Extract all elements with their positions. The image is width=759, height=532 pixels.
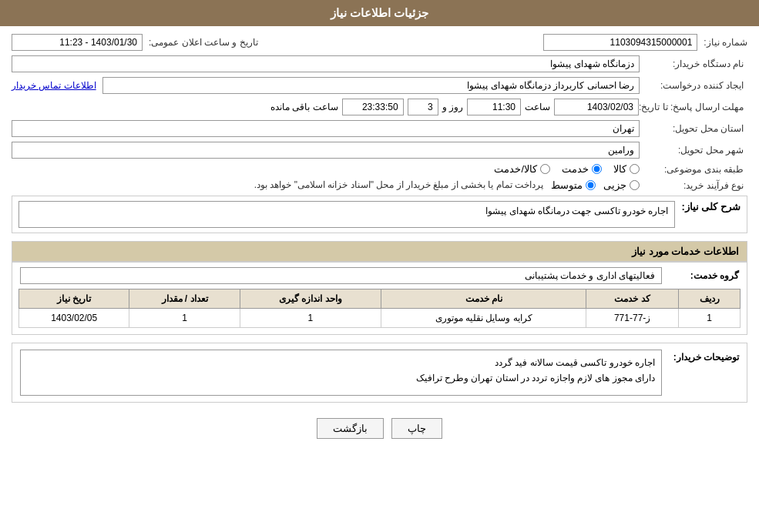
province-label: استان محل تحویل:: [640, 123, 747, 134]
category-label: طبقه بندی موضوعی:: [640, 164, 747, 175]
contact-link[interactable]: اطلاعات تماس خریدار: [12, 80, 96, 91]
buttons-row: چاپ بازگشت: [12, 410, 747, 447]
creator-row: ایجاد کننده درخواست: اطلاعات تماس خریدار: [12, 77, 747, 94]
services-table-body: 1 ز-77-771 کرایه وسایل نقلیه موتوری 1 1 …: [19, 309, 741, 328]
cell-code: ز-77-771: [586, 309, 679, 328]
services-table-head: ردیف کد خدمت نام خدمت واحد اندازه گیری ت…: [19, 289, 741, 309]
category-kala-label: کالا: [613, 163, 626, 175]
response-date-input[interactable]: [554, 99, 639, 115]
notes-line2: دارای مجوز های لازم واجازه تردد در استان…: [27, 370, 655, 386]
purchase-type-row: نوع فرآیند خرید: جزیی متوسط پرداخت تمام …: [12, 179, 747, 191]
purchase-type-motvaset[interactable]: متوسط: [551, 179, 596, 191]
main-content: شماره نیاز: تاریخ و ساعت اعلان عمومی: نا…: [0, 26, 759, 454]
cell-row: 1: [679, 309, 741, 328]
buyer-org-row: نام دستگاه خریدار:: [12, 55, 747, 72]
col-service-code: کد خدمت: [586, 289, 679, 309]
purchase-jozi-label: جزیی: [603, 179, 626, 191]
purchase-type-desc: پرداخت تمام یا بخشی از مبلغ خریدار از مح…: [12, 179, 543, 190]
notes-label: توضیحات خریدار:: [662, 350, 739, 363]
category-row: طبقه بندی موضوعی: کالا خدمت کالا/خدمت: [12, 163, 747, 175]
response-deadline-row: مهلت ارسال پاسخ: تا تاریخ: ساعت روز و سا…: [12, 99, 747, 115]
category-kala-khedmat[interactable]: کالا/خدمت: [494, 163, 550, 175]
service-group-row: گروه خدمت: فعالیتهای اداری و خدمات پشتیب…: [12, 263, 747, 289]
category-kala-khedmat-label: کالا/خدمت: [494, 163, 537, 175]
col-row: ردیف: [679, 289, 741, 309]
back-button[interactable]: بازگشت: [317, 418, 384, 439]
category-kala-khedmat-radio[interactable]: [540, 164, 550, 174]
creator-input[interactable]: [102, 77, 640, 94]
category-radio-group: کالا خدمت کالا/خدمت: [494, 163, 640, 175]
services-table: ردیف کد خدمت نام خدمت واحد اندازه گیری ت…: [18, 289, 741, 328]
page-container: جزئیات اطلاعات نیاز شماره نیاز: تاریخ و …: [0, 0, 759, 532]
date-label: تاریخ و ساعت اعلان عمومی:: [149, 37, 258, 48]
cell-name: کرایه وسایل نقلیه موتوری: [381, 309, 586, 328]
province-row: استان محل تحویل:: [12, 120, 747, 137]
city-row: شهر محل تحویل:: [12, 142, 747, 159]
print-button[interactable]: چاپ: [391, 418, 442, 439]
date-input[interactable]: [12, 34, 143, 51]
table-row: 1 ز-77-771 کرایه وسایل نقلیه موتوری 1 1 …: [19, 309, 741, 328]
col-date: تاریخ نیاز: [19, 289, 129, 309]
service-group-label: گروه خدمت:: [662, 270, 739, 281]
response-time-input[interactable]: [467, 99, 521, 115]
buyer-org-input[interactable]: [12, 55, 640, 72]
cell-quantity: 1: [129, 309, 240, 328]
need-desc-label: شرح کلی نیاز:: [681, 201, 741, 212]
col-quantity: تعداد / مقدار: [129, 289, 240, 309]
buyer-org-label: نام دستگاه خریدار:: [640, 59, 747, 69]
response-deadline-label: مهلت ارسال پاسخ: تا تاریخ:: [639, 102, 747, 112]
city-input[interactable]: [12, 142, 640, 159]
purchase-type-label: نوع فرآیند خرید:: [640, 180, 747, 191]
category-khedmat-label: خدمت: [562, 163, 589, 175]
category-khedmat[interactable]: خدمت: [562, 163, 602, 175]
need-desc-section: شرح کلی نیاز: اجاره خودرو تاکسی جهت درما…: [12, 196, 747, 233]
cell-unit: 1: [240, 309, 381, 328]
response-remaining-input[interactable]: [342, 99, 404, 115]
col-service-name: نام خدمت: [381, 289, 586, 309]
need-number-input[interactable]: [543, 34, 697, 51]
notes-row: توضیحات خریدار: اجاره خودرو تاکسی قیمت س…: [20, 350, 739, 396]
services-table-header-row: ردیف کد خدمت نام خدمت واحد اندازه گیری ت…: [19, 289, 741, 309]
notes-line1: اجاره خودرو تاکسی قیمت سالانه فید گردد: [27, 355, 655, 370]
top-info-row: شماره نیاز: تاریخ و ساعت اعلان عمومی:: [12, 34, 747, 51]
cell-date: 1403/02/05: [19, 309, 129, 328]
services-section-title: اطلاعات خدمات مورد نیاز: [12, 241, 747, 262]
category-khedmat-radio[interactable]: [592, 164, 602, 174]
need-desc-text: اجاره خودرو تاکسی جهت درمانگاه شهدای پیش…: [18, 201, 675, 228]
services-section: گروه خدمت: فعالیتهای اداری و خدمات پشتیب…: [12, 262, 747, 335]
response-time-label: ساعت: [525, 102, 550, 112]
response-days-label: روز و: [442, 102, 463, 112]
service-group-value: فعالیتهای اداری و خدمات پشتیبانی: [20, 267, 662, 284]
province-input[interactable]: [12, 120, 640, 137]
notes-box: اجاره خودرو تاکسی قیمت سالانه فید گردد د…: [20, 350, 662, 396]
response-remaining-label: ساعت باقی مانده: [270, 102, 338, 112]
city-label: شهر محل تحویل:: [640, 145, 747, 156]
purchase-jozi-radio[interactable]: [630, 180, 640, 190]
category-kala-radio[interactable]: [630, 164, 640, 174]
services-table-container: ردیف کد خدمت نام خدمت واحد اندازه گیری ت…: [12, 289, 747, 334]
category-kala[interactable]: کالا: [613, 163, 640, 175]
creator-label: ایجاد کننده درخواست:: [640, 80, 747, 91]
purchase-motvaset-radio[interactable]: [586, 180, 596, 190]
response-days-input[interactable]: [408, 99, 438, 115]
buyer-notes-section: توضیحات خریدار: اجاره خودرو تاکسی قیمت س…: [12, 343, 747, 403]
purchase-type-options: جزیی متوسط پرداخت تمام یا بخشی از مبلغ خ…: [12, 179, 640, 191]
purchase-type-jozi[interactable]: جزیی: [603, 179, 640, 191]
need-number-label: شماره نیاز:: [704, 37, 747, 48]
page-header: جزئیات اطلاعات نیاز: [0, 0, 759, 26]
col-unit: واحد اندازه گیری: [240, 289, 381, 309]
purchase-motvaset-label: متوسط: [551, 179, 583, 191]
page-title: جزئیات اطلاعات نیاز: [331, 6, 428, 19]
